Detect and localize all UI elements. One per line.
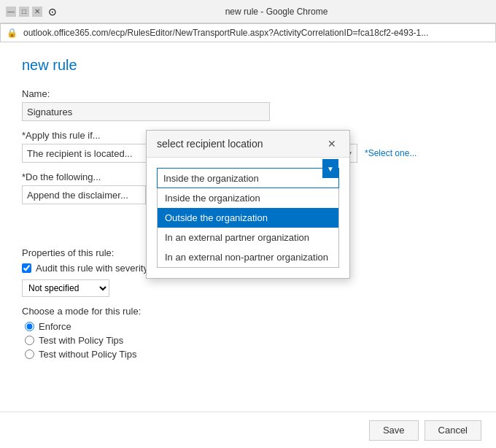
- radio-group: Enforce Test with Policy Tips Test witho…: [25, 321, 474, 360]
- radio-no-policy-option: Test without Policy Tips: [25, 349, 474, 360]
- radio-enforce[interactable]: [25, 322, 34, 331]
- dropdown-item-2[interactable]: In an external partner organization: [158, 228, 338, 247]
- bottom-bar: Save Cancel: [0, 412, 496, 448]
- radio-enforce-option: Enforce: [25, 321, 474, 332]
- modal-body: Inside the organization ▼ Inside the org…: [147, 158, 349, 278]
- modal-dropdown-wrapper: Inside the organization ▼ Inside the org…: [157, 168, 339, 268]
- right-select-one-link[interactable]: *Select one...: [365, 148, 416, 158]
- radio-policy-tips-option: Test with Policy Tips: [25, 335, 474, 346]
- modal-dialog: select recipient location ✕ Inside the o…: [146, 130, 350, 279]
- radio-policy-tips-label: Test with Policy Tips: [39, 335, 123, 346]
- modal-title: select recipient location: [157, 138, 263, 150]
- radio-no-policy[interactable]: [25, 349, 34, 359]
- url-text: outlook.office365.com/ecp/RulesEditor/Ne…: [23, 28, 428, 38]
- browser-title: new rule - Google Chrome: [63, 7, 490, 17]
- window-controls[interactable]: — □ ✕: [6, 7, 42, 17]
- modal-dropdown-value: Inside the organization: [158, 173, 338, 184]
- minimize-button[interactable]: —: [6, 7, 16, 17]
- modal-header: select recipient location ✕: [147, 131, 349, 158]
- modal-close-button[interactable]: ✕: [325, 138, 339, 150]
- chrome-icon: ⊙: [48, 6, 57, 18]
- dropdown-item-1[interactable]: Outside the organization: [158, 208, 338, 228]
- name-label: Name:: [22, 88, 474, 99]
- mode-label: Choose a mode for this rule:: [22, 306, 474, 317]
- page-content: new rule Name: *Apply this rule if... Th…: [0, 42, 496, 448]
- save-button[interactable]: Save: [369, 420, 419, 441]
- audit-label: Audit this rule with severity: [36, 263, 148, 274]
- address-bar: 🔒 outlook.office365.com/ecp/RulesEditor/…: [0, 23, 496, 42]
- name-group: Name:: [22, 88, 474, 121]
- do-action-button[interactable]: Append the disclaimer...: [22, 185, 146, 204]
- radio-no-policy-label: Test without Policy Tips: [39, 349, 136, 360]
- severity-wrapper: Not specified: [22, 279, 474, 297]
- dropdown-item-0[interactable]: Inside the organization: [158, 188, 338, 208]
- maximize-button[interactable]: □: [19, 7, 29, 17]
- dropdown-item-3[interactable]: In an external non-partner organization: [158, 247, 338, 267]
- cancel-button[interactable]: Cancel: [425, 420, 481, 441]
- name-input[interactable]: [22, 102, 270, 121]
- radio-enforce-label: Enforce: [39, 321, 71, 332]
- audit-checkbox[interactable]: [22, 263, 31, 273]
- dropdown-list: Inside the organization Outside the orga…: [157, 188, 339, 268]
- radio-policy-tips[interactable]: [25, 336, 34, 345]
- page-title: new rule: [22, 57, 474, 74]
- browser-titlebar: — □ ✕ ⊙ new rule - Google Chrome: [0, 0, 496, 23]
- lock-icon: 🔒: [7, 28, 18, 38]
- close-button[interactable]: ✕: [32, 7, 42, 17]
- severity-select[interactable]: Not specified: [22, 279, 109, 297]
